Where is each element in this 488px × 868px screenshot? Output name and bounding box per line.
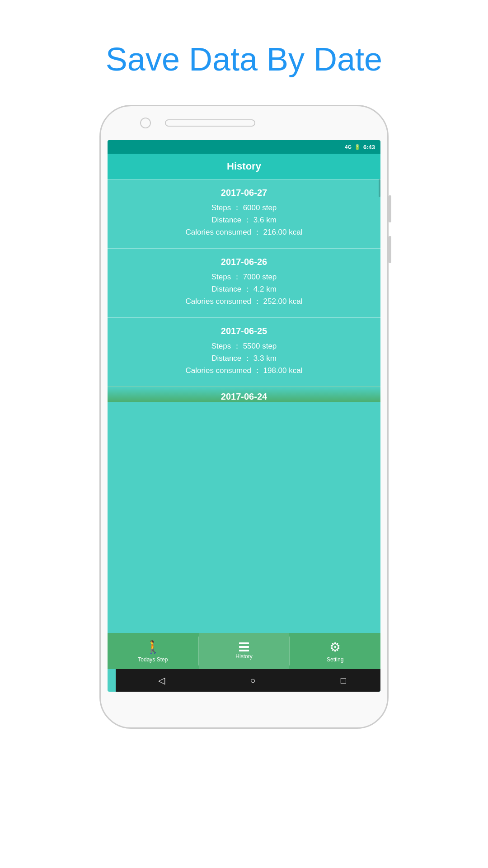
calories-label: Calories consumed ： (186, 228, 261, 236)
nav-setting-label: Setting (327, 656, 343, 663)
phone-mockup: 4G 🔋 6:43 History 2017-06-27 Steps ： 600… (99, 105, 389, 738)
recents-button[interactable]: □ (341, 675, 346, 686)
battery-indicator: 🔋 (354, 144, 361, 150)
steps-value-1: 6000 step (243, 203, 277, 212)
history-steps-2: Steps ： 7000 step (117, 272, 371, 282)
calories-value-3: 198.00 kcal (263, 366, 303, 375)
calories-value-1: 216.00 kcal (263, 228, 303, 236)
history-steps-1: Steps ： 6000 step (117, 203, 371, 213)
history-date-3: 2017-06-25 (117, 326, 371, 336)
distance-label-2: Distance ： (211, 285, 251, 293)
nav-todays-step[interactable]: 🚶 Todays Step (108, 633, 198, 669)
history-calories-2: Calories consumed ： 252.00 kcal (117, 296, 371, 307)
distance-value-3: 3.3 km (253, 354, 277, 363)
history-distance-2: Distance ： 4.2 km (117, 284, 371, 294)
calories-value-2: 252.00 kcal (263, 297, 303, 306)
scrollbar[interactable] (379, 179, 380, 197)
clock: 6:43 (363, 144, 375, 151)
history-calories-1: Calories consumed ： 216.00 kcal (117, 227, 371, 237)
android-nav-bar: ◁ ○ □ (116, 669, 380, 692)
calories-label-2: Calories consumed ： (186, 297, 261, 306)
history-date-2: 2017-06-26 (117, 257, 371, 267)
history-steps-3: Steps ： 5500 step (117, 341, 371, 351)
history-entry-3[interactable]: 2017-06-25 Steps ： 5500 step Distance ： … (108, 317, 380, 387)
walk-icon: 🚶 (145, 640, 161, 655)
phone-screen: 4G 🔋 6:43 History 2017-06-27 Steps ： 600… (108, 140, 380, 692)
history-entry-1[interactable]: 2017-06-27 Steps ： 6000 step Distance ： … (108, 179, 380, 248)
gear-icon: ⚙ (329, 640, 341, 655)
phone-speaker (165, 119, 255, 127)
phone-volume-button (389, 195, 391, 222)
app-bar-title: History (227, 160, 261, 172)
distance-label-3: Distance ： (211, 354, 251, 363)
app-bar: History (108, 154, 380, 179)
history-list[interactable]: 2017-06-27 Steps ： 6000 step Distance ： … (108, 179, 380, 406)
nav-history[interactable]: History (199, 633, 290, 669)
calories-label-3: Calories consumed ： (186, 366, 261, 375)
page-title: Save Data By Date (106, 41, 382, 78)
history-entry-2[interactable]: 2017-06-26 Steps ： 7000 step Distance ： … (108, 248, 380, 317)
nav-history-label: History (235, 653, 252, 660)
steps-label-2: Steps ： (211, 273, 241, 281)
steps-value-3: 5500 step (243, 342, 277, 350)
history-date-1: 2017-06-27 (117, 188, 371, 198)
history-entry-4[interactable]: 2017-06-24 (108, 387, 380, 402)
steps-label: Steps ： (211, 203, 241, 212)
steps-value-2: 7000 step (243, 273, 277, 281)
back-button[interactable]: ◁ (158, 675, 165, 686)
nav-todays-step-label: Todays Step (138, 656, 168, 663)
bottom-navigation: 🚶 Todays Step History ⚙ Setting (108, 633, 380, 669)
distance-value-1: 3.6 km (253, 216, 277, 224)
distance-value-2: 4.2 km (253, 285, 277, 293)
list-icon (239, 642, 249, 651)
history-distance-3: Distance ： 3.3 km (117, 353, 371, 363)
status-bar: 4G 🔋 6:43 (108, 140, 380, 154)
steps-label-3: Steps ： (211, 342, 241, 350)
signal-indicator: 4G (345, 144, 352, 150)
distance-label: Distance ： (211, 216, 251, 224)
history-calories-3: Calories consumed ： 198.00 kcal (117, 365, 371, 376)
home-button[interactable]: ○ (250, 675, 255, 686)
nav-setting[interactable]: ⚙ Setting (290, 633, 380, 669)
phone-volume-button-2 (389, 236, 391, 263)
phone-camera (140, 118, 151, 128)
history-distance-1: Distance ： 3.6 km (117, 215, 371, 225)
history-date-4: 2017-06-24 (117, 392, 371, 402)
